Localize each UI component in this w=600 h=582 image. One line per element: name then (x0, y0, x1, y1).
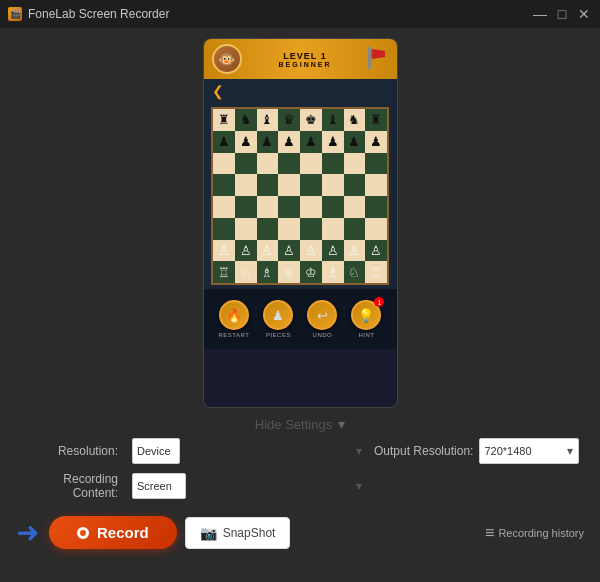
chess-cell: ♟ (365, 131, 387, 153)
maximize-button[interactable]: □ (554, 6, 570, 22)
back-arrow-icon[interactable]: ❮ (212, 83, 224, 99)
chess-cell: ♝ (322, 109, 344, 131)
chess-cell (257, 174, 279, 196)
chess-cell: ♟ (344, 131, 366, 153)
output-resolution-select-wrapper: 720*1480 1080*1920 540*960 (479, 438, 579, 464)
menu-icon: ≡ (485, 524, 494, 542)
chess-cell: ♚ (300, 109, 322, 131)
chess-cell: ♟ (213, 131, 235, 153)
chess-cell (213, 153, 235, 175)
chess-cell: ♕ (278, 261, 300, 283)
chess-cell (278, 153, 300, 175)
hint-label: HINT (358, 332, 374, 338)
chess-cell: ♟ (235, 131, 257, 153)
resolution-select[interactable]: Device Custom (132, 438, 180, 464)
chess-cell (344, 174, 366, 196)
chess-cell (365, 153, 387, 175)
phone-preview: 🐵 LEVEL 1 BEGINNER ❮ ♜♞♝♛♚♝♞♜♟♟♟♟♟♟♟♟♙♙♙… (203, 38, 398, 408)
hide-settings-label: Hide Settings (255, 417, 332, 432)
recording-history-button[interactable]: ≡ Recording history (485, 524, 584, 542)
pieces-button[interactable]: ♟ PIECES (263, 300, 293, 338)
chess-cell (235, 153, 257, 175)
pieces-icon: ♟ (263, 300, 293, 330)
chess-cell: ♙ (213, 240, 235, 262)
hint-button[interactable]: 💡 HINT (351, 300, 381, 338)
chess-cell: ♟ (322, 131, 344, 153)
chess-cell (344, 196, 366, 218)
chess-cell (365, 174, 387, 196)
undo-button[interactable]: ↩ UNDO (307, 300, 337, 338)
restart-icon: 🔥 (219, 300, 249, 330)
recording-content-label: Recording Content: (16, 472, 126, 500)
chess-cell (235, 218, 257, 240)
chevron-down-icon: ▾ (338, 416, 345, 432)
chess-cell: ♞ (344, 109, 366, 131)
restart-label: RESTART (219, 332, 250, 338)
arrow-icon: ➜ (16, 516, 39, 549)
chess-cell (322, 174, 344, 196)
difficulty-label: BEGINNER (279, 61, 332, 68)
game-header: 🐵 LEVEL 1 BEGINNER (204, 39, 397, 79)
resolution-select-wrapper: Device Custom (132, 438, 368, 464)
chess-cell (278, 196, 300, 218)
chess-cell (300, 218, 322, 240)
chess-cell (322, 196, 344, 218)
chess-cell (213, 218, 235, 240)
level-label: LEVEL 1 (279, 51, 332, 61)
chess-cell: ♗ (322, 261, 344, 283)
chess-cell: ♙ (235, 240, 257, 262)
app-title: FoneLab Screen Recorder (28, 7, 169, 21)
close-button[interactable]: ✕ (576, 6, 592, 22)
chess-cell: ♝ (257, 109, 279, 131)
recording-content-select-wrapper: Screen Window Webcam (132, 473, 368, 499)
chess-cell: ♙ (344, 240, 366, 262)
titlebar-left: 🎬 FoneLab Screen Recorder (8, 7, 169, 21)
chess-cell (257, 196, 279, 218)
chess-cell: ♘ (344, 261, 366, 283)
avatar: 🐵 (212, 44, 242, 74)
chess-cell (257, 153, 279, 175)
chess-cell: ♛ (278, 109, 300, 131)
chess-cell: ♖ (213, 261, 235, 283)
chess-cell (257, 218, 279, 240)
hide-settings-bar[interactable]: Hide Settings ▾ (0, 408, 600, 438)
chess-cell (344, 218, 366, 240)
minimize-button[interactable]: — (532, 6, 548, 22)
output-resolution-label: Output Resolution: (374, 444, 473, 458)
chess-cell (322, 218, 344, 240)
chess-cell (235, 174, 257, 196)
undo-icon: ↩ (307, 300, 337, 330)
chess-cell (213, 174, 235, 196)
chess-cell: ♙ (365, 240, 387, 262)
output-resolution-select[interactable]: 720*1480 1080*1920 540*960 (479, 438, 579, 464)
chess-cell: ♟ (257, 131, 279, 153)
main-content: 🐵 LEVEL 1 BEGINNER ❮ ♜♞♝♛♚♝♞♜♟♟♟♟♟♟♟♟♙♙♙… (0, 28, 600, 557)
chess-cell: ♗ (257, 261, 279, 283)
flag-area (368, 47, 388, 71)
action-bar: ➜ Record 📷 SnapShot ≡ Recording history (0, 508, 600, 557)
chess-cell (365, 218, 387, 240)
chess-cell: ♞ (235, 109, 257, 131)
chess-board-container: ♜♞♝♛♚♝♞♜♟♟♟♟♟♟♟♟♙♙♙♙♙♙♙♙♖♘♗♕♔♗♘♖ (204, 103, 397, 289)
settings-panel: Resolution: Device Custom Output Resolut… (0, 438, 600, 508)
chess-cell: ♘ (235, 261, 257, 283)
chess-cell: ♟ (278, 131, 300, 153)
chess-cell (300, 196, 322, 218)
restart-button[interactable]: 🔥 RESTART (219, 300, 250, 338)
snapshot-button[interactable]: 📷 SnapShot (185, 517, 291, 549)
game-controls: 🔥 RESTART ♟ PIECES ↩ UNDO 💡 HINT (204, 289, 397, 349)
record-dot-icon (77, 527, 89, 539)
chess-cell: ♔ (300, 261, 322, 283)
chess-cell (278, 218, 300, 240)
pieces-label: PIECES (266, 332, 291, 338)
chess-cell: ♜ (365, 109, 387, 131)
chess-cell (235, 196, 257, 218)
camera-icon: 📷 (200, 525, 217, 541)
window-controls: — □ ✕ (532, 6, 592, 22)
record-button[interactable]: Record (49, 516, 177, 549)
chess-cell: ♜ (213, 109, 235, 131)
recording-content-select[interactable]: Screen Window Webcam (132, 473, 186, 499)
chess-cell (322, 153, 344, 175)
recording-content-row: Recording Content: Screen Window Webcam (16, 472, 584, 500)
chess-cell (365, 196, 387, 218)
